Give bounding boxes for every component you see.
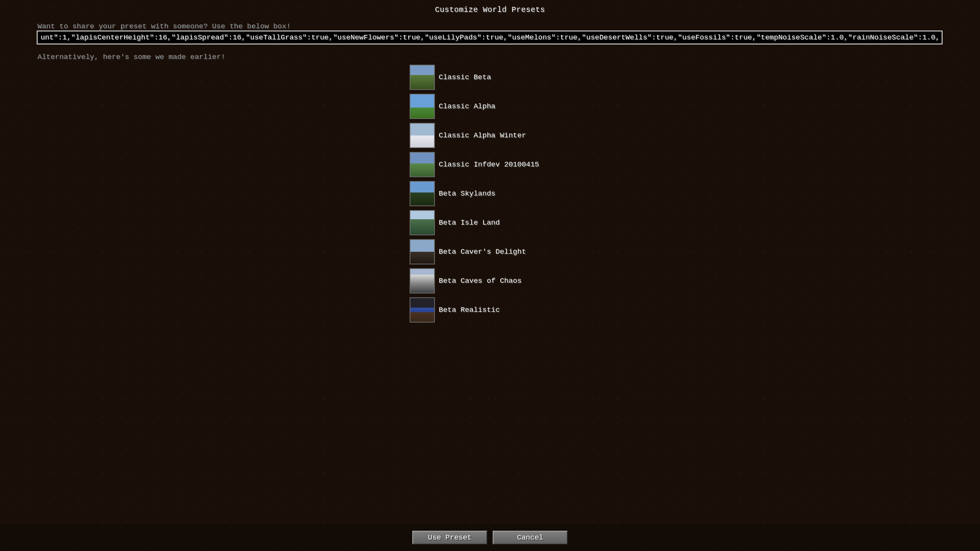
preset-label: Classic Beta [439, 73, 491, 82]
preset-thumbnail-icon [410, 65, 435, 90]
preset-label: Beta Realistic [439, 306, 500, 314]
preset-item[interactable]: Classic Alpha [410, 92, 639, 121]
preset-thumbnail-icon [410, 210, 435, 235]
preset-thumbnail-icon [410, 123, 435, 148]
preset-item[interactable]: Classic Infdev 20100415 [410, 150, 639, 179]
preset-item[interactable]: Classic Alpha Winter [410, 121, 639, 150]
preset-thumbnail-icon [410, 239, 435, 264]
preset-label: Beta Caves of Chaos [439, 277, 522, 285]
preset-thumbnail-icon [410, 94, 435, 119]
alternative-label: Alternatively, here's some we made earli… [38, 53, 225, 61]
preset-label: Beta Skylands [439, 189, 495, 198]
preset-label: Beta Caver's Delight [439, 248, 526, 256]
preset-item[interactable]: Classic Beta [410, 63, 639, 92]
preset-item[interactable]: Beta Caver's Delight [410, 237, 639, 266]
use-preset-button[interactable]: Use Preset [412, 531, 487, 544]
preset-thumbnail-icon [410, 181, 435, 206]
preset-label: Beta Isle Land [439, 218, 500, 227]
preset-item[interactable]: Beta Realistic [410, 295, 639, 324]
preset-list: Classic BetaClassic AlphaClassic Alpha W… [0, 61, 980, 524]
preset-thumbnail-icon [410, 152, 435, 177]
preset-label: Classic Infdev 20100415 [439, 160, 539, 169]
preset-thumbnail-icon [410, 297, 435, 323]
preset-label: Classic Alpha [439, 102, 495, 111]
preset-item[interactable]: Beta Caves of Chaos [410, 266, 639, 295]
page-title: Customize World Presets [0, 0, 980, 14]
share-label: Want to share your preset with someone? … [38, 22, 291, 31]
preset-item[interactable]: Beta Isle Land [410, 208, 639, 237]
bottom-bar: Use Preset Cancel [0, 524, 980, 551]
preset-string-input[interactable] [37, 31, 942, 44]
preset-item[interactable]: Beta Skylands [410, 179, 639, 208]
preset-thumbnail-icon [410, 268, 435, 293]
preset-label: Classic Alpha Winter [439, 131, 526, 140]
cancel-button[interactable]: Cancel [493, 531, 568, 544]
